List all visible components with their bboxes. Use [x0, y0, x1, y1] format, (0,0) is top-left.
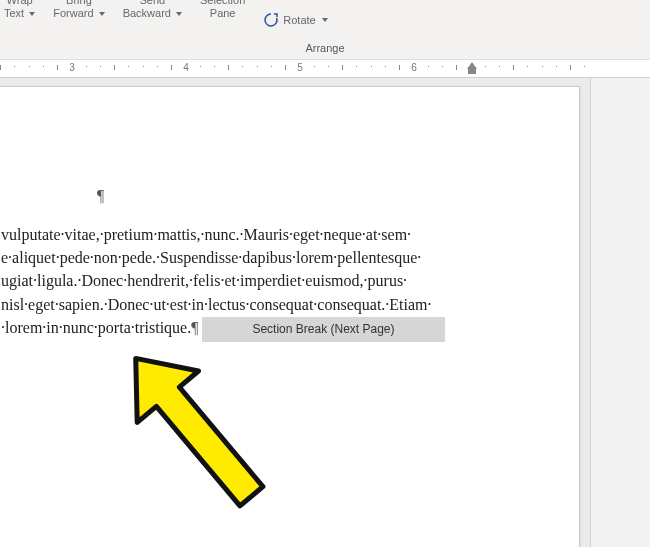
- ruler-tick-minor: [114, 65, 115, 70]
- bring-forward-button[interactable]: BringForward: [53, 0, 104, 19]
- send-backward-button[interactable]: SendBackward: [123, 0, 182, 19]
- ruler-tick-minor: [456, 65, 457, 70]
- chevron-down-icon: [29, 12, 35, 16]
- text-line: ·lorem·in·nunc·porta·tristique.¶Section …: [1, 316, 539, 342]
- text-line: nisl·eget·sapien.·Donec·ut·est·in·lectus…: [1, 293, 539, 316]
- ruler-tick-minor: [556, 66, 557, 67]
- ruler-tick-minor: [285, 65, 286, 70]
- ruler-tick-minor: [242, 66, 243, 67]
- scrollbar-gutter[interactable]: [590, 78, 650, 547]
- section-break-marker[interactable]: Section Break (Next Page): [202, 317, 444, 342]
- wrap-text-button[interactable]: WrapText: [4, 0, 35, 19]
- text-line: vulputate·vitae,·pretium·mattis,·nunc.·M…: [1, 223, 539, 246]
- ruler-tick-minor: [86, 66, 87, 67]
- body-paragraph[interactable]: vulputate·vitae,·pretium·mattis,·nunc.·M…: [1, 223, 539, 342]
- ruler-tick-minor: [371, 66, 372, 67]
- ruler-tick-minor: [385, 66, 386, 67]
- ruler-tick-minor: [428, 66, 429, 67]
- rotate-label: Rotate: [283, 14, 315, 27]
- margin-indicator-icon[interactable]: [468, 69, 476, 74]
- chevron-down-icon: [176, 12, 182, 16]
- ruler-tick-minor: [14, 66, 15, 67]
- ruler-tick-minor: [171, 65, 172, 70]
- ruler-tick-minor: [228, 65, 229, 70]
- ruler-tick-minor: [442, 66, 443, 67]
- selection-pane-button[interactable]: SelectionPane: [200, 0, 245, 19]
- text-line: e·aliquet·pede·non·pede.·Suspendisse·dap…: [1, 246, 539, 269]
- ruler-tick-minor: [328, 66, 329, 67]
- chevron-down-icon: [99, 12, 105, 16]
- ruler-tick-minor: [570, 65, 571, 70]
- text-line: ugiat·ligula.·Donec·hendrerit,·felis·et·…: [1, 269, 539, 292]
- ruler-tick-minor: [29, 66, 30, 67]
- ruler-tick-minor: [499, 66, 500, 67]
- ruler-tick-minor: [57, 65, 58, 70]
- ruler-tick-minor: [157, 66, 158, 67]
- ruler-tick-minor: [584, 66, 585, 67]
- chevron-down-icon: [322, 18, 328, 22]
- ruler-tick-minor: [128, 66, 129, 67]
- paragraph-mark-icon: ¶: [191, 319, 198, 336]
- ruler-tick-minor: [542, 66, 543, 67]
- ruler-tick-minor: [0, 65, 1, 70]
- ruler-tick-minor: [214, 66, 215, 67]
- ruler-tick-minor: [271, 66, 272, 67]
- ribbon-arrange-group: WrapText BringForward SendBackward Selec…: [0, 0, 650, 60]
- ruler-tick-minor: [513, 65, 514, 70]
- ruler-tick-minor: [527, 66, 528, 67]
- ruler-tick-major: 3: [68, 62, 76, 76]
- document-page[interactable]: ¶ vulputate·vitae,·pretium·mattis,·nunc.…: [0, 86, 580, 547]
- margin-indicator-icon[interactable]: [467, 62, 477, 69]
- ruler-tick-minor: [43, 66, 44, 67]
- ruler-tick-minor: [342, 65, 343, 70]
- rotate-button[interactable]: Rotate: [263, 0, 327, 28]
- ruler-tick-major: 6: [410, 62, 418, 76]
- horizontal-ruler[interactable]: 3456: [0, 60, 650, 78]
- document-area: ¶ vulputate·vitae,·pretium·mattis,·nunc.…: [0, 78, 650, 547]
- ruler-tick-minor: [356, 66, 357, 67]
- ruler-tick-minor: [485, 66, 486, 67]
- ruler-tick-minor: [314, 66, 315, 67]
- paragraph-mark-icon: ¶: [97, 187, 539, 205]
- ruler-tick-minor: [100, 66, 101, 67]
- ruler-tick-major: 5: [296, 62, 304, 76]
- rotate-icon: [263, 12, 279, 28]
- ruler-tick-major: 4: [182, 62, 190, 76]
- ruler-tick-minor: [257, 66, 258, 67]
- ribbon-group-label: Arrange: [0, 42, 650, 54]
- ruler-tick-minor: [200, 66, 201, 67]
- ruler-tick-minor: [399, 65, 400, 70]
- ruler-tick-minor: [143, 66, 144, 67]
